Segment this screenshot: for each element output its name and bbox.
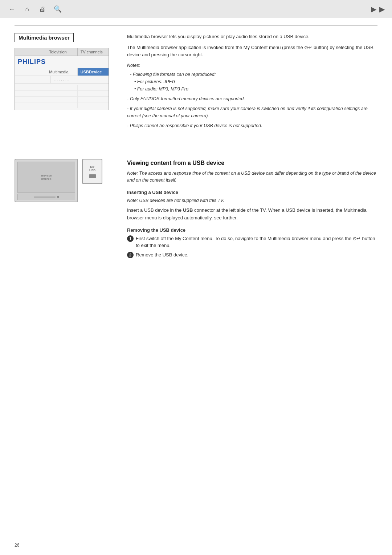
tv-bottom-line xyxy=(34,197,56,198)
section2-title: Viewing content from a USB device xyxy=(127,159,377,168)
intro-text-2: The Multimedia browser application is in… xyxy=(127,44,377,58)
main-content: Multimedia browser Television TV channel… xyxy=(0,18,392,275)
notes-section: Notes: - Following file formats can be r… xyxy=(127,62,377,129)
note-dash-2: - Only FAT/DOS-formatted memory devices … xyxy=(127,96,377,102)
section1-text: Multimedia browser lets you display pict… xyxy=(127,33,377,129)
usb-bold: USB xyxy=(183,207,193,213)
tv-body-screen: Televisionchannels xyxy=(17,162,75,193)
note-dash-3: - If your digital camera is not supporte… xyxy=(127,105,377,119)
notes-label: Notes: xyxy=(127,62,377,69)
tv-header-col1 xyxy=(15,48,46,56)
nav-left: ← ⌂ 🖨 🔍 xyxy=(7,4,62,14)
removing-text-2: Remove the USB device. xyxy=(136,251,188,259)
philips-logo: PHILIPS xyxy=(15,56,109,68)
removing-item-2: 2 Remove the USB device. xyxy=(127,251,377,259)
tv-screen-mockup: Television TV channels PHILIPS Multimedi… xyxy=(15,48,109,110)
viewing-content-section: Televisionchannels MY USB xyxy=(15,151,377,260)
tv-dots-empty2 xyxy=(73,76,109,83)
tv-empty-row-3 xyxy=(15,97,109,102)
top-navigation: ← ⌂ 🖨 🔍 ▶ ▶ xyxy=(0,0,392,18)
tv-cell-usbdevice: USBDevice xyxy=(78,68,109,76)
mid-divider xyxy=(15,144,377,144)
nav-right: ▶ ▶ xyxy=(371,5,385,13)
tv-body-bottom xyxy=(17,194,75,200)
tv-empty-rows xyxy=(15,84,109,110)
page-number: 26 xyxy=(15,543,19,548)
section2-images: Televisionchannels MY USB xyxy=(15,159,116,260)
note-dash-4: - Philips cannot be responsible if your … xyxy=(127,122,377,129)
num-circle-2: 2 xyxy=(127,252,134,258)
tv-dots-empty1 xyxy=(15,76,51,83)
home-icon[interactable]: ⌂ xyxy=(23,4,32,14)
usb-connector xyxy=(89,174,96,178)
tv-empty-row-1 xyxy=(15,85,109,91)
tv-screen-text: Televisionchannels xyxy=(41,174,52,181)
note-item-1: - Following file formats can be reproduc… xyxy=(130,71,377,78)
tv-empty-row-4 xyxy=(15,102,109,108)
section1-title: Multimedia browser xyxy=(15,33,74,42)
next-button[interactable]: ▶ xyxy=(379,5,385,13)
print-icon[interactable]: 🖨 xyxy=(38,4,47,14)
inserting-body: Insert a USB device in the USB connector… xyxy=(127,207,377,221)
note-bullet-1: • For pictures: JPEG xyxy=(134,78,377,85)
tv-body: Televisionchannels xyxy=(15,159,78,202)
num-circle-1: 1 xyxy=(127,235,134,242)
access-note: Note: The access and response time of th… xyxy=(127,170,377,184)
intro-text-1: Multimedia browser lets you display pict… xyxy=(127,33,377,40)
tv-illustration: Televisionchannels xyxy=(15,159,78,202)
usb-device-icon: MY USB xyxy=(82,159,102,184)
tv-dots: ......... xyxy=(51,76,73,83)
tv-dot xyxy=(57,196,59,198)
tv-mockup-area: Multimedia browser Television TV channel… xyxy=(15,33,116,129)
removing-item-1: 1 First switch off the My Content menu. … xyxy=(127,235,377,249)
search-icon[interactable]: 🔍 xyxy=(53,4,62,14)
tv-multimedia-row: Multimedia USBDevice xyxy=(15,68,109,76)
removing-title: Removing the USB device xyxy=(127,227,377,234)
section2-text: Viewing content from a USB device Note: … xyxy=(127,159,377,260)
top-divider xyxy=(15,25,377,26)
inserting-note: Note: USB devices are not supplied with … xyxy=(127,197,377,204)
tv-header-television: Television xyxy=(46,48,77,56)
forward-button[interactable]: ▶ xyxy=(371,5,376,13)
tv-cell-empty xyxy=(15,68,46,76)
note-bullet-2: • For audio: MP3, MP3 Pro xyxy=(134,85,377,93)
tv-header-tvchannels: TV channels xyxy=(78,48,109,56)
inserting-title: Inserting a USB device xyxy=(127,189,377,196)
back-icon[interactable]: ← xyxy=(7,4,17,14)
removing-text-1: First switch off the My Content menu. To… xyxy=(136,235,377,249)
tv-header-row: Television TV channels xyxy=(15,48,109,56)
usb-icon-label: MY USB xyxy=(89,165,95,172)
tv-cell-multimedia: Multimedia xyxy=(46,68,77,76)
tv-empty-row-2 xyxy=(15,91,109,97)
tv-dots-row: ......... xyxy=(15,76,109,84)
section2-inner: Televisionchannels MY USB xyxy=(15,159,377,260)
multimedia-browser-section: Multimedia browser Television TV channel… xyxy=(15,33,377,129)
